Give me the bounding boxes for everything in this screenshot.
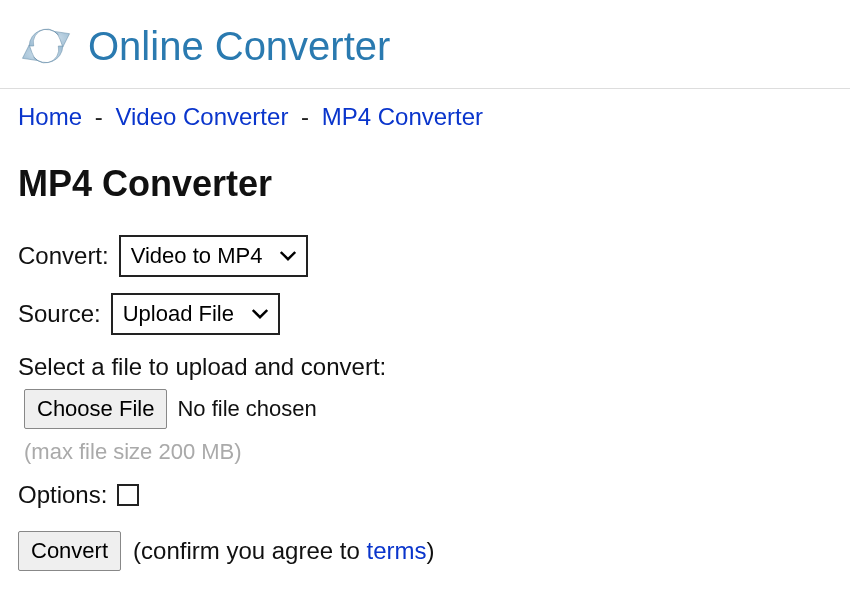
choose-file-button[interactable]: Choose File <box>24 389 167 429</box>
convert-select[interactable]: Video to MP4 <box>119 235 309 277</box>
source-select[interactable]: Upload File <box>111 293 280 335</box>
file-status-text: No file chosen <box>177 396 316 422</box>
source-row: Source: Upload File <box>18 293 832 335</box>
select-file-instruction: Select a file to upload and convert: <box>18 353 832 381</box>
terms-link[interactable]: terms <box>366 537 426 564</box>
source-select-value: Upload File <box>123 301 234 327</box>
content: MP4 Converter Convert: Video to MP4 Sour… <box>0 145 850 577</box>
breadcrumb-mp4-converter-link[interactable]: MP4 Converter <box>322 103 483 130</box>
page-title: MP4 Converter <box>18 163 832 205</box>
options-label: Options: <box>18 481 107 509</box>
convert-submit-row: Convert (confirm you agree to terms) <box>18 531 832 571</box>
max-file-size-hint: (max file size 200 MB) <box>24 439 832 465</box>
file-input-row: Choose File No file chosen <box>24 389 832 429</box>
options-row: Options: <box>18 481 832 509</box>
convert-button[interactable]: Convert <box>18 531 121 571</box>
breadcrumb-separator: - <box>301 103 309 130</box>
chevron-down-icon <box>280 251 296 261</box>
confirm-prefix: (confirm you agree to <box>133 537 366 564</box>
source-label: Source: <box>18 300 101 328</box>
convert-row: Convert: Video to MP4 <box>18 235 832 277</box>
refresh-arrows-icon <box>18 18 74 74</box>
confirm-suffix: ) <box>426 537 434 564</box>
convert-select-value: Video to MP4 <box>131 243 263 269</box>
options-checkbox[interactable] <box>117 484 139 506</box>
site-title[interactable]: Online Converter <box>88 24 390 69</box>
convert-label: Convert: <box>18 242 109 270</box>
breadcrumb-video-converter-link[interactable]: Video Converter <box>115 103 288 130</box>
breadcrumb: Home - Video Converter - MP4 Converter <box>0 89 850 145</box>
header: Online Converter <box>0 0 850 89</box>
breadcrumb-home-link[interactable]: Home <box>18 103 82 130</box>
chevron-down-icon <box>252 309 268 319</box>
confirm-text: (confirm you agree to terms) <box>133 537 434 565</box>
breadcrumb-separator: - <box>95 103 103 130</box>
